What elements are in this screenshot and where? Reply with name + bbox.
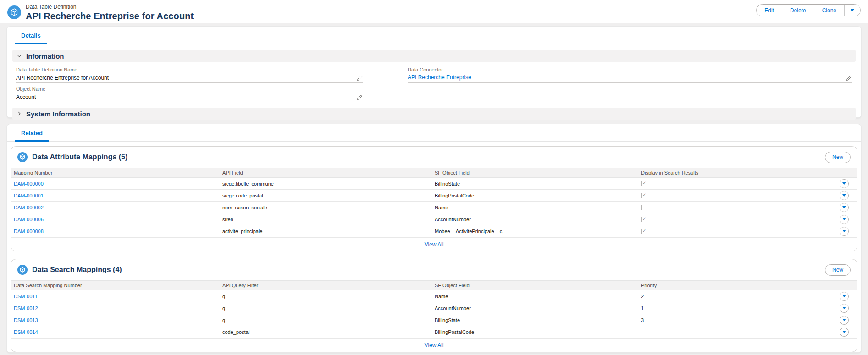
delete-button[interactable]: Delete — [782, 5, 814, 16]
row-actions-button[interactable] — [840, 328, 849, 337]
edit-pencil-icon[interactable] — [357, 75, 363, 81]
chevron-down-icon — [842, 331, 846, 333]
record-link[interactable]: DAM-000001 — [14, 193, 44, 198]
field-label: Data Table Definition Name — [16, 67, 363, 72]
column-header[interactable]: API Query Filter — [220, 283, 432, 288]
section-system-information-header[interactable]: System Information — [12, 108, 856, 120]
column-header[interactable]: SF Object Field — [432, 170, 638, 175]
chevron-down-icon — [842, 230, 846, 232]
record-link[interactable]: DSM-0011 — [14, 294, 38, 299]
column-header[interactable]: Display in Search Results — [638, 170, 831, 175]
display-checkbox — [641, 181, 642, 186]
related-list-icon — [17, 265, 28, 275]
row-actions-button[interactable] — [840, 215, 849, 224]
row-actions-button[interactable] — [840, 203, 849, 212]
related-tabbar: Related — [7, 124, 861, 142]
table-header-row: Data Search Mapping Number API Query Fil… — [11, 280, 857, 290]
column-header[interactable]: Data Search Mapping Number — [11, 283, 220, 288]
edit-button[interactable]: Edit — [757, 5, 782, 16]
details-tabbar: Details — [7, 27, 861, 44]
chevron-right-icon — [17, 111, 22, 116]
row-actions-button[interactable] — [840, 316, 849, 325]
row-actions-button[interactable] — [840, 179, 849, 188]
record-link[interactable]: DAM-000002 — [14, 205, 44, 210]
sf-object-field-cell: Name — [432, 205, 638, 210]
more-actions-button[interactable] — [844, 5, 860, 16]
edit-pencil-icon[interactable] — [357, 94, 363, 100]
record-link[interactable]: DAM-000006 — [14, 217, 44, 222]
view-all-link[interactable]: View All — [425, 342, 444, 349]
section-title: System Information — [26, 110, 90, 118]
table-row: DAM-000008 activite_principale Mobee__Ac… — [11, 225, 857, 237]
display-checkbox — [641, 229, 642, 234]
table-row: DAM-000001 siege.code_postal BillingPost… — [11, 190, 857, 202]
field-object-name: Object Name Account — [16, 83, 363, 102]
chevron-down-icon — [842, 206, 846, 208]
table-row: DSM-0012 q AccountNumber 1 — [11, 302, 857, 314]
sf-object-field-cell: BillingState — [432, 181, 638, 186]
api-query-filter-cell: q — [220, 317, 432, 323]
new-search-mapping-button[interactable]: New — [825, 264, 851, 276]
tab-related[interactable]: Related — [15, 126, 49, 142]
chevron-down-icon — [842, 307, 846, 309]
view-all-link[interactable]: View All — [425, 241, 444, 248]
priority-cell: 2 — [638, 294, 831, 299]
column-header[interactable]: API Field — [220, 170, 432, 175]
page-header: Data Table Definition API Recherche Entr… — [0, 0, 868, 23]
new-attribute-mapping-button[interactable]: New — [825, 152, 851, 163]
field-value: Account — [16, 94, 36, 100]
priority-cell: 3 — [638, 317, 831, 323]
priority-cell: 1 — [638, 306, 831, 311]
record-link[interactable]: DAM-000008 — [14, 229, 44, 234]
tab-details[interactable]: Details — [15, 28, 47, 44]
chevron-down-icon — [842, 194, 846, 197]
data-connector-link[interactable]: API Recherche Entreprise — [408, 74, 471, 81]
field-label: Object Name — [16, 86, 363, 92]
sf-object-field-cell: Mobee__ActivitePrincipale__c — [432, 229, 638, 234]
section-information-header[interactable]: Information — [12, 50, 856, 62]
column-header[interactable]: Priority — [638, 283, 831, 288]
api-field-cell: nom_raison_sociale — [220, 205, 432, 210]
information-fields: Data Table Definition Name API Recherche… — [7, 62, 861, 102]
edit-pencil-icon[interactable] — [846, 75, 852, 81]
entity-label: Data Table Definition — [26, 4, 194, 10]
sf-object-field-cell: AccountNumber — [432, 306, 638, 311]
chevron-down-icon — [851, 9, 854, 11]
display-checkbox — [641, 193, 642, 198]
column-header[interactable]: SF Object Field — [432, 283, 638, 288]
table-row: DSM-0014 code_postal BillingPostalCode — [11, 326, 857, 338]
field-data-table-definition-name: Data Table Definition Name API Recherche… — [16, 64, 363, 83]
api-query-filter-cell: code_postal — [220, 329, 432, 335]
sf-object-field-cell: AccountNumber — [432, 217, 638, 222]
attribute-mappings-table: Mapping Number API Field SF Object Field… — [11, 168, 857, 237]
table-row: DSM-0013 q BillingState 3 — [11, 314, 857, 326]
details-card: Details Information Data Table Definitio… — [6, 26, 862, 118]
chevron-down-icon — [842, 218, 846, 220]
column-header[interactable]: Mapping Number — [11, 170, 220, 175]
field-label: Data Connector — [408, 67, 852, 72]
table-row: DAM-000002 nom_raison_sociale Name — [11, 202, 857, 213]
chevron-down-icon — [842, 182, 846, 185]
record-link[interactable]: DSM-0013 — [14, 317, 38, 323]
row-actions-button[interactable] — [840, 227, 849, 236]
row-actions-button[interactable] — [840, 292, 849, 301]
api-field-cell: siren — [220, 217, 432, 222]
chevron-down-icon — [842, 319, 846, 321]
related-list-data-attribute-mappings: Data Attribute Mappings (5) New Mapping … — [11, 146, 857, 251]
sf-object-field-cell: BillingState — [432, 317, 638, 323]
record-link[interactable]: DAM-000000 — [14, 181, 44, 186]
row-actions-button[interactable] — [840, 304, 849, 313]
section-title: Information — [26, 52, 64, 60]
related-list-title: Data Attribute Mappings (5) — [32, 153, 127, 161]
related-list-icon — [17, 152, 28, 162]
chevron-down-icon — [17, 53, 22, 59]
clone-button[interactable]: Clone — [814, 5, 844, 16]
record-link[interactable]: DSM-0014 — [14, 329, 38, 335]
api-field-cell: activite_principale — [220, 229, 432, 234]
field-data-connector: Data Connector API Recherche Entreprise — [408, 64, 852, 83]
api-field-cell: siege.libelle_commune — [220, 181, 432, 186]
table-row: DAM-000000 siege.libelle_commune Billing… — [11, 178, 857, 190]
record-link[interactable]: DSM-0012 — [14, 306, 38, 311]
record-object-icon — [7, 5, 21, 19]
row-actions-button[interactable] — [840, 191, 849, 200]
